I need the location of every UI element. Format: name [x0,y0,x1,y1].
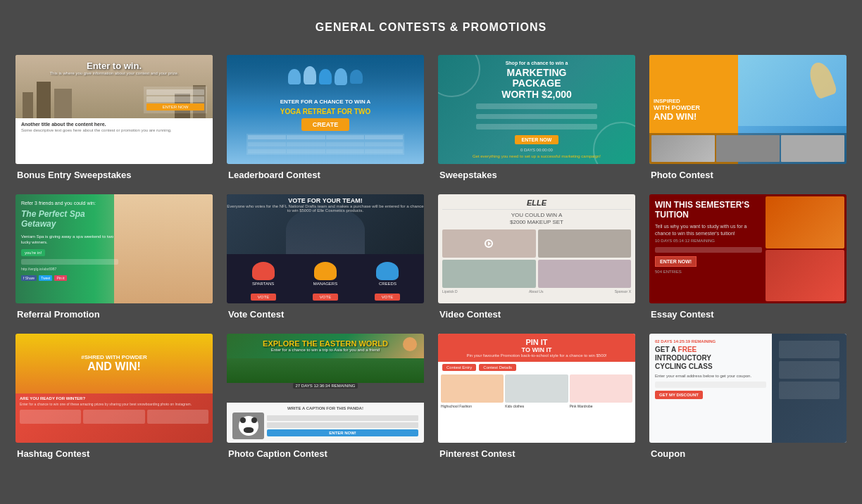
card-label-bonus-entry: Bonus Entry Sweepstakes [15,170,213,180]
referral-overlay-title: Refer 3 friends and you could win: [21,200,118,207]
caption-sub: Enter for a chance to win a trip to Asia… [271,348,380,352]
video-overlay-text: YOU COULD WIN A$2000 MAKEUP SET [442,212,631,227]
leaderboard-top-text: ENTER FOR A CHANCE TO WIN A [280,99,371,105]
card-image-video: ELLE YOU COULD WIN A$2000 MAKEUP SET [438,194,635,303]
vote-overlay-text: VOTE FOR YOUR TEAM! [227,197,424,204]
caption-title: EXPLORE THE EASTERN WORLD [263,339,388,348]
card-label-essay: Essay Contest [649,309,847,320]
card-leaderboard[interactable]: ENTER FOR A CHANCE TO WIN A YOGA RETREAT… [227,55,424,180]
card-label-hashtag: Hashtag Contest [15,448,213,459]
hashtag-overlay-text: AND WIN! [87,360,141,373]
essay-overlay-text: WIN THIS SEMESTER'S TUITION [655,200,762,220]
card-image-pinterest: PIN IT TO WIN IT Pin your favourite Prom… [438,334,635,443]
leaderboard-subtitle: YOGA RETREAT FOR TWO [280,108,370,115]
coupon-sub: Enter your email address below to get yo… [655,373,766,379]
referral-script: The Perfect Spa Getaway [21,209,118,229]
leaderboard-btn[interactable]: CREATE [301,118,349,131]
card-image-caption: EXPLORE THE EASTERN WORLD Enter for a ch… [227,334,424,443]
card-image-coupon: 02 DAYS 14:25:19 REMAINING GET A FREEINT… [649,334,847,443]
card-label-vote: Vote Contest [227,309,424,320]
card-image-referral: Refer 3 friends and you could win: The P… [15,194,213,303]
card-referral[interactable]: Refer 3 friends and you could win: The P… [15,194,213,320]
coupon-timer: 02 DAYS 14:25:19 REMAINING [655,339,766,344]
card-label-coupon: Coupon [649,448,847,459]
card-image-photo-contest: INSPIRED WITH POWDER AND WIN! [649,55,847,164]
card-label-pinterest: Pinterest Contest [438,448,635,459]
card-hashtag[interactable]: #SHRED WITH POWDER AND WIN! ARE YOU READ… [15,334,213,459]
card-label-referral: Referral Promotion [15,309,213,320]
coupon-btn[interactable]: GET MY DISCOUNT [655,391,703,399]
card-coupon[interactable]: 02 DAYS 14:25:19 REMAINING GET A FREEINT… [649,334,847,459]
card-image-bonus-entry: Another title about the content here. So… [15,55,213,164]
sweepstakes-title: MARKETINGPACKAGEWORTH $2,000 [501,68,572,100]
card-video[interactable]: ELLE YOU COULD WIN A$2000 MAKEUP SET [438,194,635,320]
card-caption[interactable]: EXPLORE THE EASTERN WORLD Enter for a ch… [227,334,424,459]
card-label-video: Video Contest [438,309,635,320]
caption-panda-text: WRITE A CAPTION FOR THIS PANDA! [232,406,418,410]
card-essay[interactable]: WIN THIS SEMESTER'S TUITION Tell us why … [649,194,847,320]
card-label-photo-contest: Photo Contest [649,170,847,180]
card-label-sweepstakes: Sweepstakes [438,170,635,180]
card-label-caption: Photo Caption Contest [227,448,424,459]
contest-grid: Another title about the content here. So… [15,55,847,459]
card-label-leaderboard: Leaderboard Contest [227,170,424,180]
card-image-hashtag: #SHRED WITH POWDER AND WIN! ARE YOU READ… [15,334,213,443]
card-image-sweepstakes: Shop for a chance to win a MARKETINGPACK… [438,55,635,164]
card-image-vote: VOTE FOR YOUR TEAM! Everyone who votes f… [227,194,424,303]
card-vote[interactable]: VOTE FOR YOUR TEAM! Everyone who votes f… [227,194,424,320]
card-pinterest[interactable]: PIN IT TO WIN IT Pin your favourite Prom… [438,334,635,459]
card-image-essay: WIN THIS SEMESTER'S TUITION Tell us why … [649,194,847,303]
card-image-leaderboard: ENTER FOR A CHANCE TO WIN A YOGA RETREAT… [227,55,424,164]
card-photo-contest[interactable]: INSPIRED WITH POWDER AND WIN! Photo Cont… [649,55,847,180]
bonus-entry-overlay-text: Enter to win. [15,61,213,71]
page-title: GENERAL CONTESTS & PROMOTIONS [14,14,848,41]
card-bonus-entry[interactable]: Another title about the content here. So… [15,55,213,180]
card-sweepstakes[interactable]: Shop for a chance to win a MARKETINGPACK… [438,55,635,180]
